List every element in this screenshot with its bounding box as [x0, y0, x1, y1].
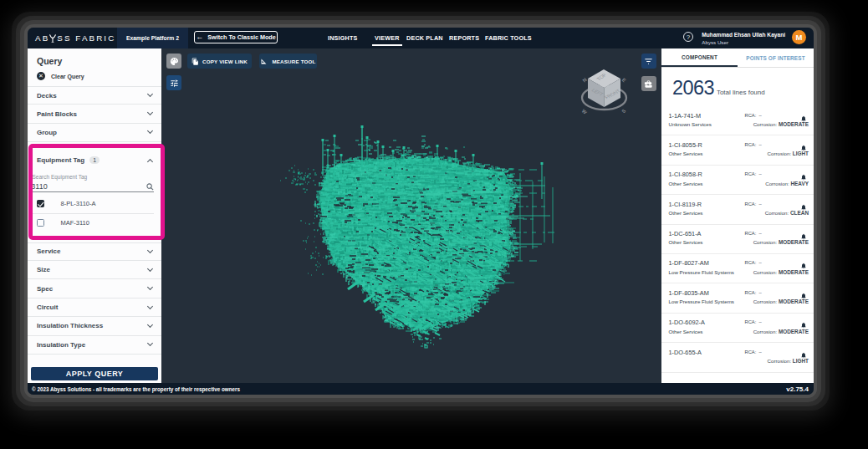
- svg-text:N: N: [581, 77, 587, 83]
- svg-text:E: E: [620, 77, 626, 83]
- svg-text:S: S: [621, 108, 627, 114]
- svg-text:W: W: [581, 108, 588, 115]
